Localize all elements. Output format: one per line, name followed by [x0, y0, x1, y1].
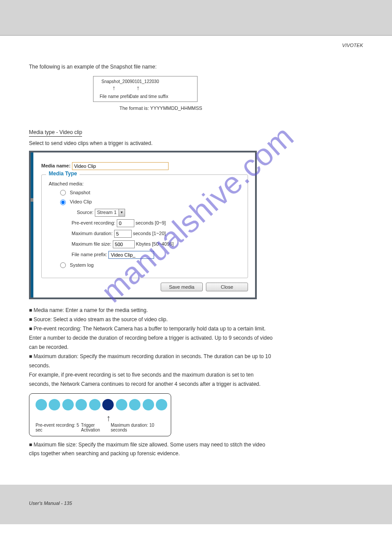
buffer-circle: [89, 399, 101, 410]
preevent-suffix: seconds [0~9]: [136, 220, 166, 225]
def-example-2: seconds, the Network Camera continues to…: [29, 380, 363, 388]
maxfs-label: Maximum file size:: [72, 241, 111, 247]
source-label: Source:: [77, 210, 94, 215]
header-divider: [0, 35, 392, 36]
dialog-accent-gray: [31, 198, 33, 202]
def-maxd: ■ Maximum duration: Specify the maximum …: [29, 352, 363, 360]
filename-part2: Date and time suffix: [129, 94, 168, 99]
arrow-up-icon: ↑: [137, 84, 140, 91]
maxfs-input[interactable]: [113, 240, 135, 248]
preevent-label: Pre-event recording:: [72, 220, 115, 225]
buffer-circles: [36, 399, 165, 412]
systemlog-radio[interactable]: [60, 262, 66, 268]
def-media-name: ■ Media name: Enter a name for the media…: [29, 306, 363, 314]
save-media-button[interactable]: Save media: [161, 283, 203, 291]
media-name-label: Media name:: [41, 163, 71, 168]
snapshot-radio[interactable]: [60, 190, 66, 196]
filename-example-box: Snapshot_20090101_122030 ↑ ↑ File name p…: [93, 76, 198, 102]
attached-media-label: Attached media:: [49, 181, 241, 186]
def-pre-3: can be recorded.: [29, 343, 363, 351]
maxdur-label: Maximum duration:: [72, 231, 113, 236]
def-example: For example, if pre-event recording is s…: [29, 371, 363, 379]
section-title: Media type - Video clip: [29, 129, 82, 137]
def-source: ■ Source: Select a video stream as the s…: [29, 316, 363, 323]
maxdur-input[interactable]: [114, 230, 132, 238]
trigger-chart-label: Trigger Activation: [81, 423, 111, 432]
arrow-up-icon: ↑: [106, 413, 111, 423]
media-type-legend: Media Type: [46, 170, 79, 177]
arrow-up-icon: ↑: [112, 84, 115, 91]
footer-page-label: User's Manual - 135: [29, 501, 72, 506]
filename-part1: File name prefix: [100, 94, 131, 99]
intro-text: The following is an example of the Snaps…: [29, 63, 363, 71]
snapshot-label: Snapshot: [70, 190, 90, 195]
prefix-label: File name prefix:: [72, 252, 107, 257]
buffer-circle: [76, 399, 87, 410]
brand-name: VIVOTEK: [29, 43, 363, 48]
buffer-circle: [62, 399, 74, 410]
def-maxd-2: seconds.: [29, 362, 363, 370]
source-select[interactable]: Stream 1▼: [95, 209, 125, 217]
footer: User's Manual - 135: [0, 485, 392, 524]
preevent-chart-label: Pre-event recording: 5 sec: [36, 423, 81, 432]
maxdur-chart-label: Maximum duration: 10 seconds: [111, 423, 165, 432]
media-name-input[interactable]: [72, 162, 169, 170]
dialog-accent: [31, 152, 33, 298]
maxfs-suffix: Kbytes [50~4096]: [136, 241, 174, 247]
systemlog-label: System log: [70, 262, 94, 268]
def-pre-2: Enter a number to decide the duration of…: [29, 334, 363, 342]
source-value: Stream 1: [95, 209, 119, 215]
trigger-circle: [102, 399, 114, 410]
buffer-circle: [36, 399, 47, 410]
section-subtext: Select to send video clips when a trigge…: [29, 140, 363, 146]
top-banner: [0, 0, 392, 35]
buffer-circle: [156, 399, 167, 410]
definitions: ■ Media name: Enter a name for the media…: [29, 306, 363, 388]
chevron-down-icon: ▼: [119, 209, 125, 216]
buffer-circle: [49, 399, 60, 410]
media-type-fieldset: Media Type Attached media: Snapshot Vide…: [41, 174, 248, 279]
close-button[interactable]: Close: [206, 283, 248, 291]
def-maxfs-2: clips together when searching and packin…: [29, 450, 363, 457]
buffer-circle: [129, 399, 140, 410]
date-format-note: The format is: YYYYMMDD_HHMMSS: [119, 105, 363, 112]
buffer-circle: [116, 399, 127, 410]
videoclip-label: Video Clip: [70, 199, 92, 204]
videoclip-radio[interactable]: [60, 200, 66, 205]
media-dialog: Media name: Media Type Attached media: S…: [29, 151, 257, 300]
maxdur-suffix: seconds [1~20]: [133, 231, 166, 236]
prefix-input[interactable]: [108, 251, 154, 259]
def-pre-1: ■ Pre-event recording: The Network Camer…: [29, 325, 363, 333]
def-maxfs: ■ Maximum file size: Specify the maximum…: [29, 441, 363, 449]
buffer-chart: ↑ Pre-event recording: 5 sec Trigger Act…: [29, 393, 171, 436]
preevent-input[interactable]: [117, 219, 134, 227]
filename-example: Snapshot_20090101_122030: [101, 79, 159, 84]
buffer-circle: [143, 399, 154, 410]
